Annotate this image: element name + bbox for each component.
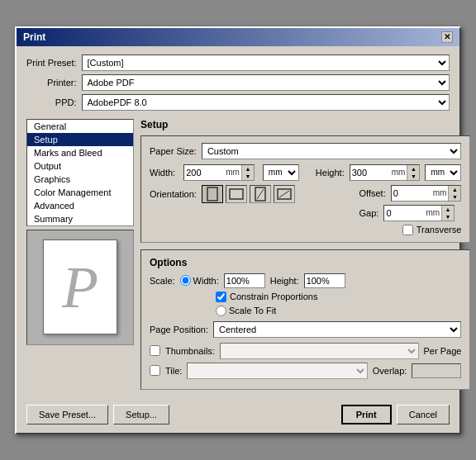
height-scale-label: Height: (270, 276, 299, 286)
width-radio[interactable] (180, 275, 191, 286)
width-down-button[interactable]: ▼ (242, 173, 254, 180)
thumbnails-checkbox[interactable] (150, 345, 160, 356)
save-preset-button[interactable]: Save Preset... (26, 405, 108, 424)
height-unit: mm (390, 168, 407, 177)
offset-arrows: ▲ ▼ (448, 186, 460, 201)
width-label: Width: (150, 168, 175, 178)
bottom-right: Print Cancel (341, 405, 450, 424)
printer-select[interactable]: Adobe PDF (82, 74, 450, 91)
preview-box: P (26, 230, 134, 345)
dialog-title: Print (23, 31, 45, 43)
print-preset-select[interactable]: [Custom] (82, 55, 450, 71)
gap-unit: mm (424, 208, 441, 217)
setup-button[interactable]: Setup... (113, 405, 169, 424)
paper-size-select[interactable]: Custom (202, 143, 462, 159)
overlap-input[interactable] (412, 363, 461, 378)
orient-rev-landscape-button[interactable] (274, 185, 295, 203)
svg-line-5 (279, 191, 289, 197)
tile-checkbox[interactable] (150, 365, 160, 376)
thumbnails-select[interactable] (220, 343, 419, 359)
offset-down-button[interactable]: ▼ (449, 193, 460, 201)
main-content: General Setup Marks and Bleed Output Gra… (26, 119, 450, 390)
print-button[interactable]: Print (341, 405, 392, 424)
top-fields: Print Preset: [Custom] Printer: Adobe PD… (26, 55, 450, 111)
sidebar-item-general[interactable]: General (27, 120, 133, 133)
transverse-checkbox[interactable] (402, 225, 413, 235)
bottom-left: Save Preset... Setup... (26, 405, 169, 424)
height-down-button[interactable]: ▼ (407, 173, 419, 180)
sidebar-item-color-management[interactable]: Color Management (27, 186, 133, 199)
sidebar-item-summary[interactable]: Summary (27, 212, 133, 225)
cancel-button[interactable]: Cancel (397, 405, 450, 424)
gap-spinbox: mm ▲ ▼ (383, 205, 455, 221)
orientation-row: Orientation: (150, 185, 295, 203)
width-input[interactable] (184, 165, 224, 180)
gap-down-button[interactable]: ▼ (442, 213, 454, 221)
offset-up-button[interactable]: ▲ (449, 186, 460, 193)
tile-label: Tile: (165, 366, 182, 376)
height-arrows: ▲ ▼ (407, 165, 419, 180)
thumbnails-label: Thumbnails: (165, 346, 215, 356)
title-bar: Print ✕ (17, 28, 459, 46)
scale-to-fit-radio[interactable] (216, 306, 226, 316)
width-arrows: ▲ ▼ (241, 165, 254, 180)
sidebar-item-marks-and-bleed[interactable]: Marks and Bleed (27, 146, 133, 159)
orient-portrait-button[interactable] (202, 185, 223, 203)
setup-title: Setup (140, 119, 470, 130)
width-radio-label: Width: (180, 275, 219, 286)
tile-row: Tile: Overlap: (150, 363, 461, 379)
constrain-label: Constrain Proportions (230, 292, 317, 301)
scale-row: Scale: Width: Height: (150, 273, 461, 288)
page-position-row: Page Position: Centered (150, 321, 461, 338)
scale-label: Scale: (150, 276, 175, 286)
sidebar-item-advanced[interactable]: Advanced (27, 199, 133, 212)
orientation-label: Orientation: (150, 189, 197, 199)
width-up-button[interactable]: ▲ (242, 165, 254, 173)
orient-landscape-button[interactable] (226, 185, 247, 203)
printer-label: Printer: (26, 78, 77, 88)
svg-line-3 (257, 189, 264, 199)
constrain-row: Constrain Proportions (216, 292, 461, 302)
height-label: Height: (316, 168, 345, 178)
per-page-label: Per Page (424, 346, 462, 356)
gap-input[interactable] (384, 206, 424, 221)
print-preset-label: Print Preset: (26, 58, 77, 68)
options-title: Options (150, 257, 461, 268)
right-panel: Setup Paper Size: Custom Width: (140, 119, 470, 390)
constrain-checkbox[interactable] (216, 292, 226, 302)
tile-select[interactable] (187, 363, 367, 379)
ppd-label: PPD: (26, 97, 77, 107)
page-position-label: Page Position: (150, 325, 208, 334)
width-unit-select[interactable]: mm (263, 164, 299, 181)
overlap-label: Overlap: (373, 366, 407, 376)
sidebar-item-output[interactable]: Output (27, 159, 133, 173)
page-position-select[interactable]: Centered (213, 321, 461, 338)
offset-input[interactable] (392, 186, 431, 201)
nav-list: General Setup Marks and Bleed Output Gra… (26, 119, 134, 226)
gap-row: Gap: mm ▲ ▼ (359, 205, 462, 221)
print-dialog: Print ✕ Print Preset: [Custom] Printer: … (15, 26, 461, 434)
offset-spinbox: mm ▲ ▼ (391, 185, 462, 202)
ppd-select[interactable]: AdobePDF 8.0 (82, 94, 450, 111)
orient-rev-portrait-button[interactable] (250, 185, 271, 203)
preview-inner: P (43, 239, 117, 334)
gap-label: Gap: (359, 208, 379, 218)
preview-letter: P (62, 258, 98, 317)
sidebar-item-setup[interactable]: Setup (27, 133, 133, 146)
height-spinbox: mm ▲ ▼ (350, 164, 421, 181)
setup-group: Paper Size: Custom Width: mm ▲ (140, 135, 470, 243)
width-height-row: Width: mm ▲ ▼ mm (150, 164, 461, 181)
gap-up-button[interactable]: ▲ (442, 206, 454, 213)
transverse-row: Transverse (359, 225, 462, 235)
orientation-buttons (202, 185, 295, 203)
offset-block: Offset: mm ▲ ▼ (359, 185, 462, 235)
bottom-bar: Save Preset... Setup... Print Cancel (17, 398, 459, 433)
height-up-button[interactable]: ▲ (407, 165, 419, 173)
height-scale-input[interactable] (304, 273, 345, 288)
width-scale-input[interactable] (224, 273, 265, 288)
close-button[interactable]: ✕ (441, 31, 453, 43)
height-unit-select[interactable]: mm (425, 164, 461, 181)
sidebar-item-graphics[interactable]: Graphics (27, 173, 133, 186)
height-input[interactable] (350, 165, 390, 180)
offset-label: Offset: (359, 188, 386, 198)
